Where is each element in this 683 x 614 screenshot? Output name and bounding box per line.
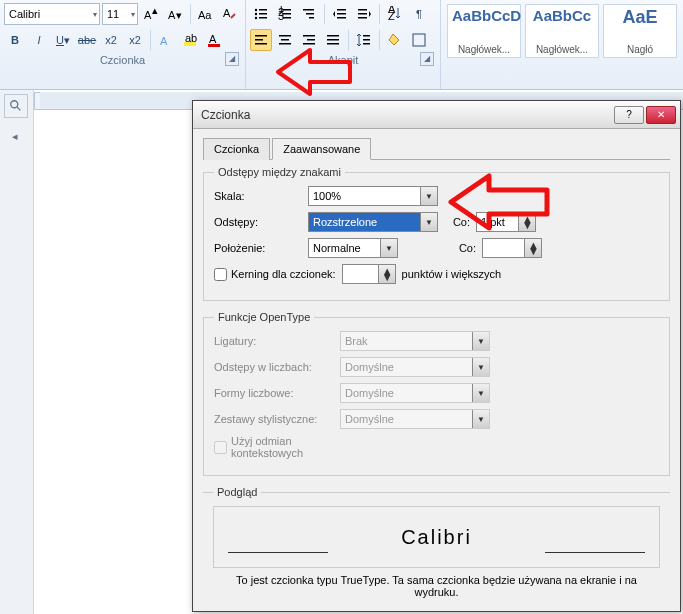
svg-rect-25 <box>309 17 314 19</box>
ribbon-group-font: Calibri 11 A▴ A▾ Aa A B I U ▾ abe x2 x2 … <box>0 0 246 89</box>
multilevel-button[interactable] <box>298 3 320 25</box>
highlight-button[interactable]: ab <box>179 29 201 51</box>
svg-text:ab: ab <box>185 32 197 44</box>
character-spacing-group: Odstępy między znakami Skala: 100%▼ Odst… <box>203 166 670 301</box>
number-spacing-select: Domyślne▼ <box>340 357 490 377</box>
annotation-arrow-icon <box>443 170 555 234</box>
underline-button[interactable]: U ▾ <box>52 29 74 51</box>
svg-rect-37 <box>279 35 291 37</box>
svg-rect-44 <box>327 39 339 41</box>
position-label: Położenie: <box>214 242 302 254</box>
grow-font-button[interactable]: A▴ <box>140 3 162 25</box>
paragraph-dialog-launcher[interactable]: ◢ <box>420 52 434 66</box>
svg-rect-12 <box>259 9 267 11</box>
svg-text:3: 3 <box>278 10 284 22</box>
sort-button[interactable]: AZ <box>384 3 406 25</box>
svg-text:A: A <box>223 7 231 19</box>
svg-rect-23 <box>303 9 314 11</box>
line-spacing-button[interactable] <box>353 29 375 51</box>
search-icon[interactable] <box>4 94 28 118</box>
align-left-button[interactable] <box>250 29 272 51</box>
svg-rect-24 <box>306 13 314 15</box>
spacing-select[interactable]: Rozstrzelone▼ <box>308 212 438 232</box>
svg-text:A: A <box>209 33 217 45</box>
svg-rect-16 <box>259 17 267 19</box>
bullets-button[interactable] <box>250 3 272 25</box>
font-dialog-launcher[interactable]: ◢ <box>225 52 239 66</box>
svg-point-15 <box>255 17 257 19</box>
svg-rect-10 <box>208 44 220 47</box>
change-case-button[interactable]: Aa <box>195 3 217 25</box>
svg-rect-29 <box>358 9 367 11</box>
font-name-select[interactable]: Calibri <box>4 3 100 25</box>
italic-button[interactable]: I <box>28 29 50 51</box>
scale-select[interactable]: 100%▼ <box>308 186 438 206</box>
svg-rect-46 <box>363 35 370 37</box>
svg-rect-28 <box>337 17 346 19</box>
svg-text:Aa: Aa <box>198 9 212 21</box>
style-item[interactable]: AaBbCcDNagłówek... <box>447 4 521 58</box>
svg-rect-22 <box>283 17 291 19</box>
font-size-select[interactable]: 11 <box>102 3 138 25</box>
help-button[interactable]: ? <box>614 106 644 124</box>
kerning-spinner[interactable]: ▲▼ <box>342 264 396 284</box>
contextual-checkbox: Użyj odmian kontekstowych <box>214 435 302 459</box>
collapse-icon[interactable]: ◂ <box>12 130 18 143</box>
svg-rect-18 <box>283 9 291 11</box>
style-item[interactable]: AaBbCcNagłówek... <box>525 4 599 58</box>
borders-button[interactable] <box>408 29 430 51</box>
svg-rect-20 <box>283 13 291 15</box>
dialog-tabs: Czcionka Zaawansowane <box>203 137 670 160</box>
stylistic-sets-select: Domyślne▼ <box>340 409 490 429</box>
clear-format-button[interactable]: A <box>219 3 241 25</box>
shrink-font-button[interactable]: A▾ <box>164 3 186 25</box>
close-button[interactable]: ✕ <box>646 106 676 124</box>
shading-button[interactable] <box>384 29 406 51</box>
spacing-label: Odstępy: <box>214 216 302 228</box>
svg-text:Z: Z <box>388 10 395 22</box>
position-select[interactable]: Normalne▼ <box>308 238 398 258</box>
tab-font[interactable]: Czcionka <box>203 138 270 160</box>
style-item[interactable]: AaENagłó <box>603 4 677 58</box>
scale-label: Skala: <box>214 190 302 202</box>
font-dialog: Czcionka ? ✕ Czcionka Zaawansowane Odstę… <box>192 100 681 612</box>
ligatures-select: Brak▼ <box>340 331 490 351</box>
decrease-indent-button[interactable] <box>329 3 351 25</box>
svg-text:▾: ▾ <box>176 9 182 21</box>
svg-rect-36 <box>255 43 267 45</box>
bold-button[interactable]: B <box>4 29 26 51</box>
tab-advanced[interactable]: Zaawansowane <box>272 138 371 160</box>
svg-text:A: A <box>160 35 168 47</box>
preview-text: Calibri <box>401 526 472 549</box>
font-name-value: Calibri <box>9 8 40 20</box>
svg-point-13 <box>255 13 257 15</box>
svg-rect-27 <box>337 13 346 15</box>
svg-text:A: A <box>144 9 152 21</box>
svg-rect-48 <box>363 43 370 45</box>
svg-rect-31 <box>358 17 367 19</box>
show-marks-button[interactable]: ¶ <box>408 3 430 25</box>
subscript-button[interactable]: x2 <box>100 29 122 51</box>
svg-rect-35 <box>255 39 263 41</box>
position-by-spinner[interactable]: ▲▼ <box>482 238 542 258</box>
superscript-button[interactable]: x2 <box>124 29 146 51</box>
kerning-checkbox[interactable]: Kerning dla czcionek: <box>214 268 336 281</box>
navigation-strip: ◂ <box>0 90 34 614</box>
ribbon-group-font-label: Czcionka ◢ <box>4 52 241 68</box>
numbering-button[interactable]: 123 <box>274 3 296 25</box>
svg-rect-26 <box>337 9 346 11</box>
position-by-label: Co: <box>450 242 476 254</box>
increase-indent-button[interactable] <box>353 3 375 25</box>
strikethrough-button[interactable]: abe <box>76 29 98 51</box>
dialog-titlebar[interactable]: Czcionka ? ✕ <box>193 101 680 129</box>
svg-point-11 <box>255 9 257 11</box>
opentype-group: Funkcje OpenType Ligatury:Brak▼ Odstępy … <box>203 311 670 476</box>
text-effects-button[interactable]: A <box>155 29 177 51</box>
svg-rect-43 <box>327 35 339 37</box>
font-color-button[interactable]: A <box>203 29 225 51</box>
kerning-after-label: punktów i większych <box>402 268 502 280</box>
svg-text:▴: ▴ <box>152 6 158 16</box>
preview-group: Podgląd Calibri To jest czcionka typu Tr… <box>203 486 670 614</box>
svg-rect-14 <box>259 13 267 15</box>
preview-box: Calibri <box>213 506 660 568</box>
